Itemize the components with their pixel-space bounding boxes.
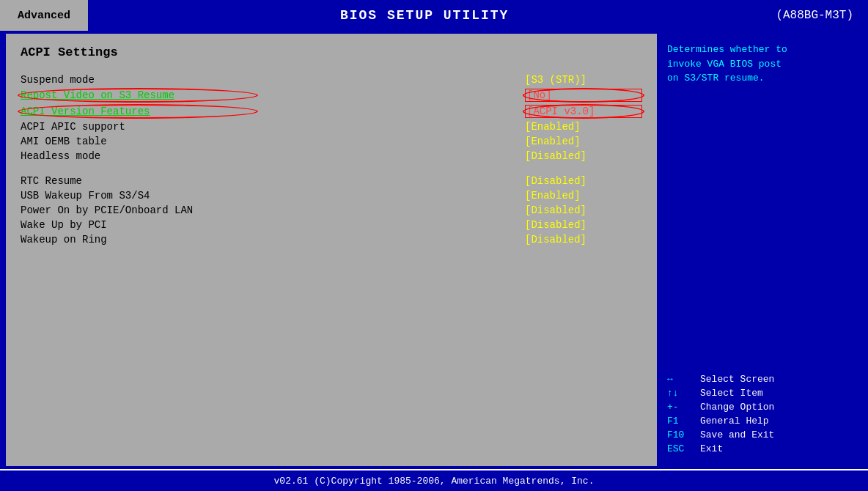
setting-row-pcie[interactable]: Power On by PCIE/Onboard LAN [Disabled] bbox=[21, 203, 642, 218]
settings-table: Suspend mode [S3 (STR)] Repost Video on … bbox=[21, 73, 642, 247]
key-row-esc: ESC Exit bbox=[667, 443, 852, 454]
setting-name-acpi-version: ACPI Version Features bbox=[21, 106, 255, 117]
main-content: ACPI Settings Suspend mode [S3 (STR)] Re… bbox=[0, 31, 868, 469]
key-symbol-esc: ESC bbox=[667, 443, 700, 454]
key-row-f10: F10 Save and Exit bbox=[667, 429, 852, 440]
setting-name-usb: USB Wakeup From S3/S4 bbox=[21, 190, 255, 202]
setting-row-wakeup-ring[interactable]: Wakeup on Ring [Disabled] bbox=[21, 232, 642, 247]
footer-text: v02.61 (C)Copyright 1985-2006, American … bbox=[274, 476, 595, 487]
setting-value-pcie: [Disabled] bbox=[525, 204, 642, 216]
setting-row-suspend[interactable]: Suspend mode [S3 (STR)] bbox=[21, 73, 642, 87]
setting-row-acpi-version[interactable]: ACPI Version Features [ACPI v3.0] bbox=[21, 103, 642, 119]
key-row-f1: F1 General Help bbox=[667, 416, 852, 427]
key-symbol-arrows: ↔ bbox=[667, 374, 700, 385]
advanced-tab[interactable]: Advanced bbox=[0, 0, 88, 31]
setting-name-apic: ACPI APIC support bbox=[21, 121, 255, 133]
setting-value-usb: [Enabled] bbox=[525, 190, 642, 202]
setting-name-oemb: AMI OEMB table bbox=[21, 136, 255, 147]
setting-row-oemb[interactable]: AMI OEMB table [Enabled] bbox=[21, 134, 642, 149]
setting-name-pcie: Power On by PCIE/Onboard LAN bbox=[21, 204, 255, 216]
bios-title: BIOS SETUP UTILITY bbox=[88, 0, 761, 31]
key-desc-item: Select Item bbox=[700, 388, 763, 399]
setting-name-wakeup-pci: Wake Up by PCI bbox=[21, 219, 255, 231]
setting-row-repost[interactable]: Repost Video on S3 Resume [No] bbox=[21, 87, 642, 103]
help-panel: Determines whether toinvoke VGA BIOS pos… bbox=[657, 34, 862, 466]
setting-row-usb[interactable]: USB Wakeup From S3/S4 [Enabled] bbox=[21, 188, 642, 203]
header-bar: Advanced BIOS SETUP UTILITY (A88BG-M3T) bbox=[0, 0, 868, 31]
key-row-option: +- Change Option bbox=[667, 402, 852, 413]
key-symbol-f1: F1 bbox=[667, 416, 700, 427]
setting-value-oemb: [Enabled] bbox=[525, 136, 642, 147]
setting-name-wakeup-ring: Wakeup on Ring bbox=[21, 234, 255, 246]
key-symbol-plusminus: +- bbox=[667, 402, 700, 413]
setting-value-repost: [No] bbox=[525, 89, 642, 102]
setting-value-acpi-version: [ACPI v3.0] bbox=[525, 105, 642, 118]
key-desc-esc: Exit bbox=[700, 443, 723, 454]
setting-row-rtc[interactable]: RTC Resume [Disabled] bbox=[21, 174, 642, 188]
setting-name-headless: Headless mode bbox=[21, 150, 255, 162]
setting-row-apic[interactable]: ACPI APIC support [Enabled] bbox=[21, 119, 642, 134]
setting-value-wakeup-ring: [Disabled] bbox=[525, 234, 642, 246]
setting-row-wakeup-pci[interactable]: Wake Up by PCI [Disabled] bbox=[21, 218, 642, 232]
setting-value-apic: [Enabled] bbox=[525, 121, 642, 133]
setting-value-rtc: [Disabled] bbox=[525, 175, 642, 187]
key-desc-f1: General Help bbox=[700, 416, 769, 427]
bios-model: (A88BG-M3T) bbox=[761, 0, 868, 31]
key-symbol-updown: ↑↓ bbox=[667, 388, 700, 399]
help-text: Determines whether toinvoke VGA BIOS pos… bbox=[667, 43, 852, 86]
key-desc-screen: Select Screen bbox=[700, 374, 774, 385]
panel-title: ACPI Settings bbox=[21, 45, 642, 59]
setting-name-repost: Repost Video on S3 Resume bbox=[21, 89, 255, 101]
key-help-section: ↔ Select Screen ↑↓ Select Item +- Change… bbox=[667, 374, 852, 457]
setting-value-headless: [Disabled] bbox=[525, 150, 642, 162]
setting-value-wakeup-pci: [Disabled] bbox=[525, 219, 642, 231]
footer-bar: v02.61 (C)Copyright 1985-2006, American … bbox=[0, 469, 868, 491]
key-row-item: ↑↓ Select Item bbox=[667, 388, 852, 399]
key-symbol-f10: F10 bbox=[667, 429, 700, 440]
settings-panel: ACPI Settings Suspend mode [S3 (STR)] Re… bbox=[6, 34, 657, 466]
section-divider bbox=[21, 163, 642, 174]
key-desc-option: Change Option bbox=[700, 402, 774, 413]
key-desc-f10: Save and Exit bbox=[700, 429, 774, 440]
key-row-screen: ↔ Select Screen bbox=[667, 374, 852, 385]
setting-name-rtc: RTC Resume bbox=[21, 175, 255, 187]
setting-row-headless[interactable]: Headless mode [Disabled] bbox=[21, 149, 642, 163]
setting-name-suspend: Suspend mode bbox=[21, 74, 255, 86]
setting-value-suspend: [S3 (STR)] bbox=[525, 74, 642, 86]
